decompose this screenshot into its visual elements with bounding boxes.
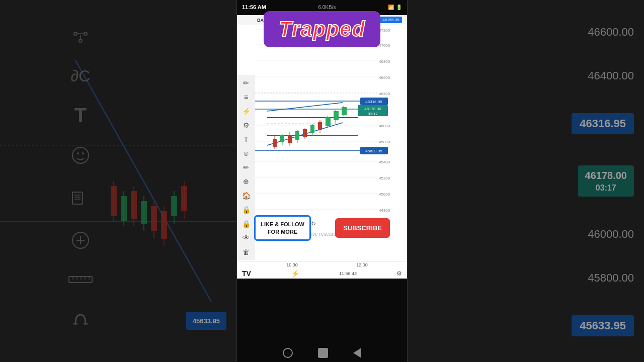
teal-time: 03:17 [585,183,627,194]
home-tool[interactable]: 🏠 [242,192,251,200]
status-icons: 📶 🔋 [388,5,402,10]
svg-text:46178.00: 46178.00 [364,107,381,111]
svg-point-22 [84,32,87,35]
teal-price: 46178.00 [585,168,627,183]
left-background-panel: 45633.95 ∂C T [0,0,236,362]
left-tool-4 [70,145,91,169]
right-price-4: 45800.00 [588,272,634,285]
svg-text:45800.00: 45800.00 [379,140,390,144]
svg-rect-29 [72,192,83,204]
footer-bar: TV ⚡ 11:56:43 ⚙ [237,268,407,279]
like-follow-line1: LIKE & FOLLOW [261,221,304,228]
timestamp-bar: 10:30 12:00 [237,261,407,268]
svg-rect-97 [326,117,331,126]
svg-point-23 [79,39,82,42]
svg-text:47000.00: 47000.00 [379,43,390,48]
svg-rect-36 [69,277,92,283]
svg-rect-83 [273,139,277,147]
left-tool-magnet [70,309,91,332]
right-price-badge-1: 46316.95 [572,113,634,134]
tradingview-logo: TV [242,269,251,278]
time-label-1: 10:30 [286,262,298,267]
left-tool-5 [70,188,91,212]
indicator-3: 46155.35 [380,17,401,23]
svg-text:45400.00: 45400.00 [379,160,390,164]
phone-mockup: 11:56 AM 6.0KB/s 📶 🔋 Trapped BANKNIFTY 4… [236,0,408,362]
svg-point-21 [74,32,77,35]
nav-back-button[interactable] [353,348,361,358]
svg-rect-99 [334,111,339,120]
right-background-panel: 46600.00 46400.00 46316.95 46178.00 03:1… [405,0,644,362]
node-tool[interactable]: ⚡ [242,107,251,115]
right-prices-panel: 46600.00 46400.00 46316.95 46178.00 03:1… [405,0,644,362]
right-price-2: 46400.00 [588,69,634,82]
svg-rect-89 [295,131,299,140]
right-price-badge-2: 45633.95 [572,315,634,336]
trapped-text: Trapped [279,17,365,41]
right-price-3: 46000.00 [588,228,634,241]
svg-rect-95 [318,122,322,130]
trapped-overlay: Trapped [264,11,380,47]
subscribe-button[interactable]: SUBSCRIBE [335,218,390,238]
svg-text:46316.95: 46316.95 [365,100,382,104]
time-label-2: 12:00 [356,262,368,267]
pencil-tool[interactable]: ✏ [243,79,249,87]
wifi-icon: 📶 [388,5,394,10]
svg-text:47200.00: 47200.00 [379,28,390,33]
settings-tool[interactable]: ⚙ [243,121,250,129]
text-tool[interactable]: T [244,135,249,143]
svg-text:46600.00: 46600.00 [379,75,390,80]
zoom-tool[interactable]: ⊕ [243,177,249,186]
nav-square-button[interactable] [318,348,328,358]
svg-text:45000.00: 45000.00 [379,192,390,197]
nav-home-button[interactable] [283,348,293,358]
svg-point-26 [72,147,89,163]
svg-rect-85 [280,135,284,142]
status-network: 6.0KB/s [318,5,336,10]
svg-text:45633.95: 45633.95 [365,149,382,153]
emoji-tool[interactable]: ☺ [243,149,250,157]
lock-tool[interactable]: 🔒 [242,206,251,214]
chart-settings-icon[interactable]: ⚙ [396,270,402,277]
nav-bar [237,344,407,362]
left-tool-2: ∂C [71,67,91,85]
svg-text:44800.00: 44800.00 [379,208,390,213]
left-ruler-icon [68,273,93,290]
svg-text:45200.00: 45200.00 [379,176,390,180]
menu-tool[interactable]: ≡ [244,93,248,101]
left-tool-3: T [74,104,87,127]
left-tool-6 [70,230,91,254]
svg-text:46800.00: 46800.00 [379,59,390,64]
right-price-badge-teal: 46178.00 03:17 [578,165,634,197]
svg-text:45633.95: 45633.95 [193,317,220,325]
svg-text:46400.00: 46400.00 [379,92,390,96]
svg-point-28 [82,152,84,154]
left-tool-1 [71,30,90,48]
footer-timestamp: 11:56:43 [339,271,357,276]
svg-rect-91 [303,129,307,137]
trash-tool[interactable]: 🗑 [243,248,250,256]
svg-text:03:17: 03:17 [368,112,378,116]
svg-text:46000.00: 46000.00 [379,124,390,128]
right-price-1: 46600.00 [588,26,634,39]
bottom-overlay: LIKE & FOLLOW FOR MORE SUBSCRIBE [237,215,407,241]
lightning-icon: ⚡ [291,269,299,278]
svg-rect-87 [288,135,292,143]
svg-point-27 [77,152,79,154]
pencil2-tool[interactable]: ✏ [243,163,249,171]
chart-area: ✏ ≡ ⚡ ⚙ T ☺ ✏ ⊕ 🏠 🔒 🔒 👁 🗑 47200.00 [237,25,407,261]
like-follow-button[interactable]: LIKE & FOLLOW FOR MORE [254,215,311,241]
svg-rect-101 [342,107,347,115]
svg-rect-93 [310,125,314,133]
like-follow-line2: FOR MORE [261,228,304,235]
status-time: 11:56 AM [242,4,266,10]
left-tools-panel: ∂C T [50,0,111,362]
battery-icon: 🔋 [396,5,402,10]
